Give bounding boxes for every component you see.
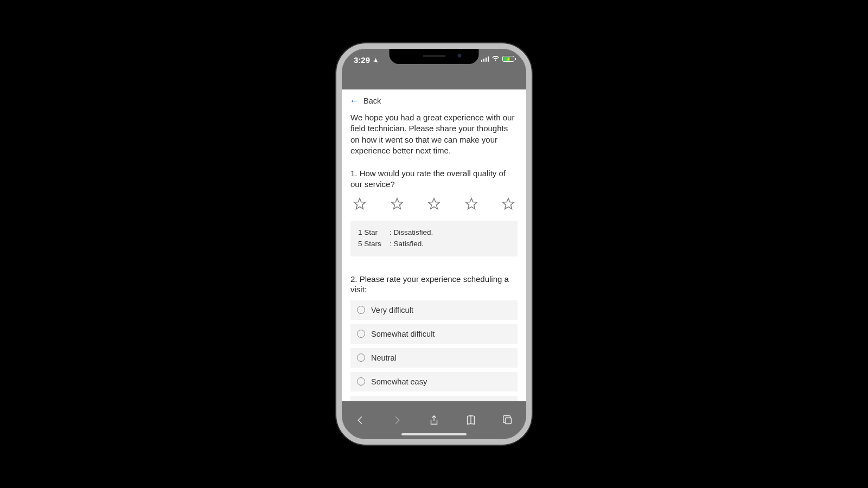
star-2[interactable]: [390, 197, 404, 211]
star-1[interactable]: [353, 197, 367, 211]
tabs-icon[interactable]: [502, 414, 514, 426]
back-button[interactable]: ← Back: [342, 89, 526, 110]
browser-back-icon[interactable]: [354, 414, 366, 426]
bookmarks-icon[interactable]: [465, 414, 477, 426]
legend-high-label: 5 Stars: [358, 239, 386, 250]
star-rating-input: [342, 192, 526, 216]
status-time: 3:29 ➤: [354, 55, 378, 65]
radio-icon: [357, 330, 365, 338]
home-indicator[interactable]: [401, 433, 467, 435]
star-5[interactable]: [501, 197, 515, 211]
legend-high-value: : Satisfied.: [390, 239, 424, 250]
legend-row-high: 5 Stars : Satisfied.: [358, 239, 510, 250]
option-neutral[interactable]: Neutral: [350, 348, 518, 368]
survey-intro-text: We hope you had a great experience with …: [342, 110, 526, 163]
legend-low-value: : Dissatisfied.: [390, 227, 433, 239]
phone-device-frame: 3:29 ➤ ⚡ ← Back We hope y: [336, 43, 532, 445]
clock-time: 3:29: [354, 55, 370, 65]
share-icon[interactable]: [428, 414, 440, 426]
question-2-text: Please rate your experience scheduling a…: [350, 274, 509, 294]
svg-rect-0: [505, 418, 511, 423]
device-screen: 3:29 ➤ ⚡ ← Back We hope y: [342, 49, 526, 439]
option-label: Somewhat difficult: [371, 330, 435, 338]
option-somewhat-easy[interactable]: Somewhat easy: [350, 372, 518, 391]
question-2: 2. Please rate your experience schedulin…: [342, 268, 526, 298]
option-label: Neutral: [371, 354, 397, 362]
radio-icon: [357, 377, 365, 386]
survey-content: ← Back We hope you had a great experienc…: [342, 89, 526, 401]
option-very-difficult[interactable]: Very difficult: [350, 300, 518, 320]
option-label: Somewhat easy: [371, 377, 427, 386]
question-2-options: Very difficult Somewhat difficult Neutra…: [342, 298, 526, 401]
browser-toolbar: [342, 401, 526, 439]
status-icons: ⚡: [481, 55, 515, 62]
legend-low-label: 1 Star: [358, 227, 386, 239]
legend-row-low: 1 Star : Dissatisfied.: [358, 227, 510, 239]
location-arrow-icon: ➤: [372, 57, 380, 66]
question-1-number: 1.: [350, 169, 358, 178]
cellular-signal-icon: [481, 56, 489, 62]
option-somewhat-difficult[interactable]: Somewhat difficult: [350, 324, 518, 344]
option-label: Very difficult: [371, 306, 413, 314]
question-2-number: 2.: [350, 274, 358, 284]
browser-forward-icon: [391, 414, 403, 426]
device-notch: [390, 49, 479, 64]
back-label: Back: [363, 97, 381, 105]
radio-icon: [357, 306, 365, 314]
battery-icon: ⚡: [502, 56, 514, 62]
star-3[interactable]: [427, 197, 441, 211]
radio-icon: [357, 354, 365, 362]
star-4[interactable]: [464, 197, 478, 211]
question-1: 1. How would you rate the overall qualit…: [342, 163, 526, 192]
arrow-left-icon: ←: [349, 96, 359, 106]
question-1-text: How would you rate the overall quality o…: [350, 169, 506, 189]
option-very-easy[interactable]: Very easy: [350, 396, 518, 401]
rating-legend: 1 Star : Dissatisfied. 5 Stars : Satisfi…: [350, 221, 518, 256]
wifi-icon: [492, 55, 500, 62]
